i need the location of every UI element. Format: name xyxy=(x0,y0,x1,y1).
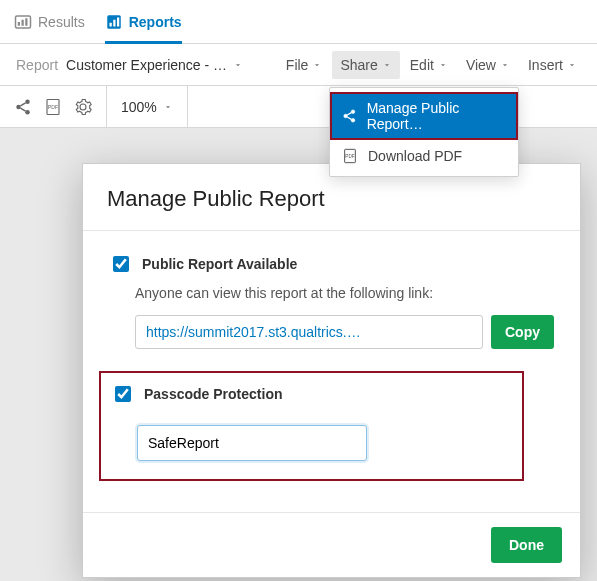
svg-text:PDF: PDF xyxy=(48,104,59,110)
top-tabs: Results Reports xyxy=(0,0,597,44)
svg-line-18 xyxy=(347,113,351,115)
menubar: File Share Edit View Insert xyxy=(278,51,585,79)
svg-rect-2 xyxy=(22,19,24,25)
public-link-field[interactable]: https://summit2017.st3.qualtrics.… xyxy=(135,315,483,349)
passcode-checkbox[interactable] xyxy=(115,386,131,402)
menu-edit-label: Edit xyxy=(410,57,434,73)
share-dropdown: Manage Public Report… PDF Download PDF xyxy=(329,87,519,177)
zoom-selector[interactable]: 100% xyxy=(107,86,188,127)
report-selector[interactable]: Report Customer Experience - … xyxy=(12,53,247,77)
tab-reports-label: Reports xyxy=(129,14,182,30)
svg-point-10 xyxy=(25,110,30,115)
svg-rect-3 xyxy=(25,18,27,26)
svg-rect-1 xyxy=(18,22,20,26)
modal-footer: Done xyxy=(83,512,580,577)
svg-line-11 xyxy=(20,102,25,105)
dropdown-manage-public-report[interactable]: Manage Public Report… xyxy=(330,92,518,140)
passcode-protection-section: Passcode Protection xyxy=(99,371,524,481)
public-report-label: Public Report Available xyxy=(142,256,297,272)
svg-rect-7 xyxy=(117,17,119,26)
pdf-icon: PDF xyxy=(342,148,358,164)
chevron-down-icon xyxy=(382,60,392,70)
gear-icon xyxy=(74,98,92,116)
copy-button[interactable]: Copy xyxy=(491,315,554,349)
report-label: Report xyxy=(16,57,58,73)
reports-icon xyxy=(105,13,123,31)
passcode-input[interactable] xyxy=(137,425,367,461)
svg-text:PDF: PDF xyxy=(345,154,354,159)
menu-share-label: Share xyxy=(340,57,377,73)
svg-point-15 xyxy=(351,110,355,114)
menu-insert[interactable]: Insert xyxy=(520,51,585,79)
svg-line-19 xyxy=(347,117,351,119)
zoom-value: 100% xyxy=(121,99,157,115)
chevron-down-icon xyxy=(233,60,243,70)
svg-point-16 xyxy=(344,114,348,118)
svg-point-9 xyxy=(16,104,21,109)
report-name: Customer Experience - … xyxy=(66,57,227,73)
menu-insert-label: Insert xyxy=(528,57,563,73)
tab-reports[interactable]: Reports xyxy=(105,0,182,44)
settings-icon-button[interactable] xyxy=(74,98,92,116)
dropdown-label: Download PDF xyxy=(368,148,462,164)
chevron-down-icon xyxy=(438,60,448,70)
chevron-down-icon xyxy=(567,60,577,70)
results-icon xyxy=(14,13,32,31)
share-icon-button[interactable] xyxy=(14,98,32,116)
chevron-down-icon xyxy=(312,60,322,70)
share-icon xyxy=(14,98,32,116)
done-button[interactable]: Done xyxy=(491,527,562,563)
share-icon xyxy=(342,108,357,124)
svg-point-8 xyxy=(25,99,30,104)
svg-rect-5 xyxy=(109,22,111,26)
menu-file-label: File xyxy=(286,57,309,73)
svg-rect-6 xyxy=(113,19,115,26)
public-link-row: https://summit2017.st3.qualtrics.… Copy xyxy=(135,315,554,349)
passcode-label: Passcode Protection xyxy=(144,386,283,402)
menu-view-label: View xyxy=(466,57,496,73)
public-report-checkbox[interactable] xyxy=(113,256,129,272)
svg-line-12 xyxy=(20,108,25,111)
dropdown-download-pdf[interactable]: PDF Download PDF xyxy=(330,140,518,172)
toolbar: Report Customer Experience - … File Shar… xyxy=(0,44,597,86)
tab-results-label: Results xyxy=(38,14,85,30)
icon-group: PDF xyxy=(0,86,107,127)
public-report-available-row[interactable]: Public Report Available xyxy=(109,253,554,275)
chevron-down-icon xyxy=(163,102,173,112)
tab-results[interactable]: Results xyxy=(14,0,85,44)
svg-point-17 xyxy=(351,118,355,122)
public-report-help-text: Anyone can view this report at the follo… xyxy=(135,285,554,301)
dropdown-label: Manage Public Report… xyxy=(367,100,506,132)
pdf-icon-button[interactable]: PDF xyxy=(44,98,62,116)
menu-share[interactable]: Share xyxy=(332,51,399,79)
passcode-protection-row[interactable]: Passcode Protection xyxy=(111,383,512,405)
menu-edit[interactable]: Edit xyxy=(402,51,456,79)
manage-public-report-modal: Manage Public Report Public Report Avail… xyxy=(82,163,581,578)
pdf-icon: PDF xyxy=(44,98,62,116)
menu-file[interactable]: File xyxy=(278,51,331,79)
chevron-down-icon xyxy=(500,60,510,70)
menu-view[interactable]: View xyxy=(458,51,518,79)
modal-body: Public Report Available Anyone can view … xyxy=(83,231,580,512)
